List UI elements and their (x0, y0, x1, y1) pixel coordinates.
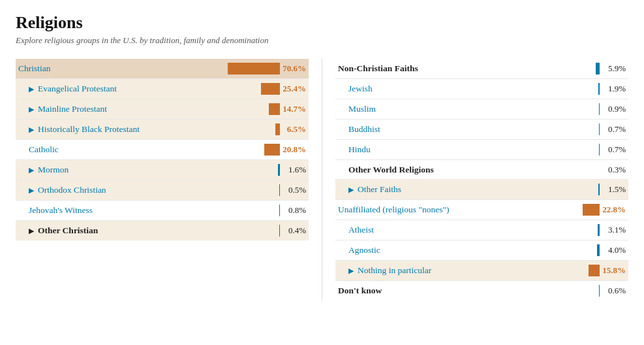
bar-chart (279, 205, 280, 216)
table-row[interactable]: Muslim0.9% (335, 99, 628, 120)
table-row[interactable]: Hindu0.7% (335, 140, 628, 160)
row-label-text: Other Christian (38, 225, 98, 236)
bar-chart (275, 123, 280, 135)
value-area: 0.8% (267, 205, 306, 216)
bar-segment (598, 184, 600, 195)
table-row[interactable]: Atheist3.1% (335, 220, 628, 240)
table-row[interactable]: ▶Other Faiths1.5% (335, 180, 628, 200)
row-label-text[interactable]: Other Faiths (358, 184, 401, 195)
row-label-text[interactable]: Muslim (348, 104, 376, 114)
bar-segment (589, 265, 600, 276)
bar-segment (264, 144, 280, 156)
bar-chart (598, 224, 600, 236)
right-column: Non-Christian Faiths5.9%Jewish1.9%Muslim… (322, 59, 628, 301)
row-label-text[interactable]: Buddhist (348, 124, 380, 135)
row-label-text[interactable]: Nothing in particular (358, 265, 431, 276)
expand-triangle-icon[interactable]: ▶ (29, 85, 34, 93)
row-value: 20.8% (283, 144, 306, 155)
row-value: 15.8% (602, 265, 626, 276)
page-subtitle: Explore religious groups in the U.S. by … (16, 35, 628, 46)
bar-segment (261, 83, 280, 95)
expand-triangle-icon[interactable]: ▶ (29, 186, 34, 195)
row-value: 0.4% (283, 225, 306, 236)
table-row[interactable]: Jewish1.9% (335, 79, 628, 99)
value-area: 6.5% (267, 123, 306, 135)
table-row[interactable]: Agnostic4.0% (335, 240, 628, 261)
row-label-text[interactable]: Historically Black Protestant (38, 124, 140, 135)
bar-chart (599, 123, 600, 135)
row-label-text[interactable]: Unaffiliated (religious "nones") (338, 205, 449, 215)
expand-triangle-icon[interactable]: ▶ (348, 186, 354, 194)
table-row[interactable]: ▶Mainline Protestant14.7% (16, 99, 309, 120)
bar-chart (228, 63, 280, 74)
row-label-text[interactable]: Jehovah's Witness (29, 205, 93, 216)
row-label-text[interactable]: Evangelical Protestant (38, 84, 117, 94)
bar-chart (599, 144, 600, 156)
bar-segment (598, 224, 600, 236)
table-row[interactable]: ▶Orthodox Christian0.5% (16, 180, 309, 201)
row-value: 0.5% (283, 185, 306, 195)
bar-segment (228, 63, 280, 74)
bar-segment (278, 164, 280, 176)
expand-triangle-icon[interactable]: ▶ (29, 166, 34, 174)
expand-triangle-icon[interactable]: ▶ (29, 105, 34, 114)
bar-segment (269, 103, 280, 115)
bar-segment (279, 205, 280, 216)
bar-chart (598, 184, 600, 195)
table-row[interactable]: ▶Evangelical Protestant25.4% (16, 79, 309, 99)
row-value: 0.7% (602, 124, 626, 135)
value-area: 22.8% (583, 204, 626, 216)
row-value: 1.9% (602, 84, 626, 94)
table-row: Non-Christian Faiths5.9% (335, 59, 628, 79)
table-row[interactable]: ▶Mormon1.6% (16, 160, 309, 180)
row-label-text[interactable]: Agnostic (348, 245, 380, 255)
bar-chart (589, 265, 600, 276)
row-value: 0.9% (602, 104, 626, 114)
row-label-text[interactable]: Mormon (38, 165, 69, 175)
table-row[interactable]: Unaffiliated (religious "nones")22.8% (335, 200, 628, 220)
row-label-text[interactable]: Mainline Protestant (38, 104, 107, 114)
expand-triangle-icon[interactable]: ▶ (348, 267, 354, 275)
row-value: 0.3% (602, 165, 626, 175)
row-value: 0.6% (602, 286, 626, 296)
row-label-text[interactable]: Catholic (29, 144, 59, 155)
bar-chart (279, 184, 280, 196)
row-value: 70.6% (283, 63, 306, 74)
table-row[interactable]: Catholic20.8% (16, 140, 309, 160)
row-label-text[interactable]: Christian (18, 63, 51, 74)
table-row[interactable]: Buddhist0.7% (335, 120, 628, 140)
value-area: 0.7% (587, 144, 626, 156)
value-area: 5.9% (587, 63, 626, 74)
value-area: 1.9% (587, 83, 626, 95)
expand-triangle-icon[interactable]: ▶ (29, 227, 34, 235)
table-row[interactable]: ▶Historically Black Protestant6.5% (16, 120, 309, 140)
value-area: 3.1% (587, 224, 626, 236)
bar-chart (598, 83, 600, 95)
page-title: Religions (16, 13, 628, 33)
value-area: 20.8% (264, 144, 306, 156)
row-label-text[interactable]: Hindu (348, 144, 371, 155)
bar-segment (279, 225, 280, 237)
bar-segment (279, 184, 280, 196)
value-area: 0.3% (587, 165, 626, 175)
value-area: 70.6% (228, 63, 306, 74)
row-value: 3.1% (602, 225, 626, 235)
table-row[interactable]: ▶Nothing in particular15.8% (335, 261, 628, 281)
row-value: 0.8% (283, 205, 306, 216)
value-area: 14.7% (267, 103, 306, 115)
table-row: ▶Other Christian0.4% (16, 221, 309, 240)
table-row: Other World Religions0.3% (335, 160, 628, 180)
row-label-text[interactable]: Orthodox Christian (38, 185, 106, 195)
table-row[interactable]: Jehovah's Witness0.8% (16, 201, 309, 221)
bar-segment (599, 103, 600, 115)
row-value: 1.6% (283, 165, 306, 175)
expand-triangle-icon[interactable]: ▶ (29, 125, 34, 134)
row-label-text: Non-Christian Faiths (338, 63, 418, 74)
table-row[interactable]: Christian70.6% (16, 59, 309, 79)
row-label-text[interactable]: Jewish (348, 84, 373, 94)
row-label-text[interactable]: Atheist (348, 225, 374, 235)
row-value: 1.5% (602, 184, 626, 195)
row-value: 14.7% (283, 104, 306, 114)
bar-chart (583, 204, 600, 216)
left-column: Christian70.6%▶Evangelical Protestant25.… (16, 59, 322, 301)
